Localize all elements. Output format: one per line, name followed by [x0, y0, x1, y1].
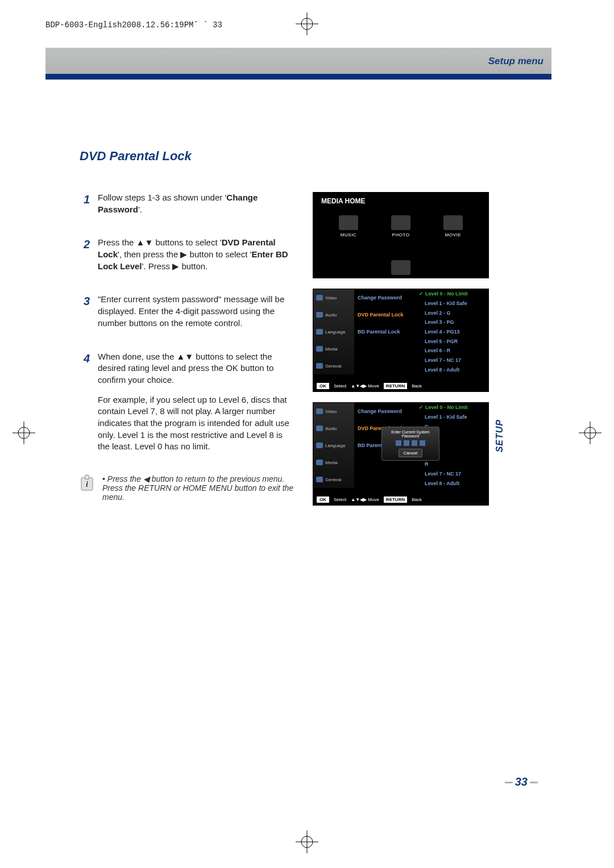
return-button[interactable]: RETURN	[384, 496, 407, 503]
ok-button[interactable]: OK	[317, 496, 329, 503]
setup-sidebar-item[interactable]: Media	[313, 454, 354, 471]
section-title: DVD Parental Lock	[80, 149, 551, 164]
sidebar-label: Media	[325, 460, 338, 465]
note-block: i • Press the ◀ button to return to the …	[80, 474, 296, 502]
rating-level[interactable]: R	[416, 460, 488, 469]
media-home-label: MOVIE	[445, 232, 461, 237]
return-button[interactable]: RETURN	[384, 383, 407, 389]
rating-level[interactable]: Level 0 - No Limit	[416, 289, 488, 299]
info-icon: i	[80, 474, 94, 491]
setup-sidebar-item[interactable]: General	[313, 471, 354, 488]
media-home-item[interactable]: SETUP	[386, 260, 416, 282]
screenshots-column: SETUP MEDIA HOME MUSICPHOTOMOVIESETUP Vi…	[313, 192, 489, 516]
svg-point-13	[85, 475, 89, 479]
media-home-label: MUSIC	[341, 232, 356, 237]
sidebar-icon	[316, 425, 323, 431]
step-number: 2	[80, 237, 90, 272]
rating-level[interactable]: Level 1 - Kid Safe	[416, 412, 488, 422]
step-text: Follow steps 1-3 as shown under 'Change …	[98, 192, 296, 215]
sidebar-icon	[316, 477, 323, 482]
sidebar-label: Audio	[325, 426, 337, 431]
step-number: 4	[80, 351, 90, 453]
sidebar-icon	[316, 408, 323, 414]
screenshot-password-dialog: VideoAudioLanguageMediaGeneral Change Pa…	[313, 402, 489, 506]
note-text: • Press the ◀ button to return to the pr…	[102, 474, 296, 502]
crop-mark-right	[579, 422, 601, 446]
sidebar-icon	[316, 460, 323, 465]
sidebar-icon	[316, 312, 323, 318]
media-home-item[interactable]: MUSIC	[334, 215, 363, 237]
page-number: 33	[503, 775, 540, 788]
screenshot-level-list: VideoAudioLanguageMediaGeneral Change Pa…	[313, 289, 489, 392]
rating-level[interactable]: Level 0 - No Limit	[416, 403, 488, 412]
setup-sidebar-item[interactable]: Language	[313, 323, 354, 340]
media-home-label: PHOTO	[392, 232, 410, 237]
sidebar-label: Video	[325, 295, 337, 301]
sidebar-icon	[316, 346, 323, 352]
sidebar-label: Audio	[325, 312, 337, 318]
sidebar-label: Language	[325, 443, 346, 448]
media-home-item[interactable]: MOVIE	[438, 215, 468, 237]
cancel-button[interactable]: Cancel	[399, 449, 423, 457]
rating-level[interactable]: Level 7 - NC 17	[416, 356, 488, 365]
chapter-label: Setup menu	[488, 56, 544, 67]
crop-mark-left	[13, 422, 35, 446]
rating-level[interactable]: Level 5 - PGR	[416, 336, 488, 346]
media-home-title: MEDIA HOME	[321, 197, 366, 205]
crop-mark-top	[296, 12, 318, 37]
rating-level[interactable]: Level 4 - PG13	[416, 327, 488, 337]
header-stamp: BDP-6003-English2008.12.56:19PM˘ ` 33	[45, 20, 222, 30]
setup-sidebar-item[interactable]: Video	[313, 403, 354, 420]
setup-mid-item[interactable]: DVD Parental Lock	[354, 306, 416, 323]
sidebar-icon	[316, 443, 323, 448]
setup-sidebar-item[interactable]: Media	[313, 340, 354, 357]
step: 4When done, use the ▲▼ buttons to select…	[80, 351, 296, 453]
dialog-title: Enter Current System Password	[385, 430, 436, 438]
steps-column: 1Follow steps 1-3 as shown under 'Change…	[80, 192, 296, 516]
rating-level[interactable]: Level 7 - NC 17	[416, 469, 488, 479]
sidebar-label: General	[325, 364, 341, 369]
sidebar-label: General	[325, 477, 341, 482]
move-label: ▲▼◀▶ Move	[351, 497, 379, 502]
crop-mark-bottom	[296, 831, 318, 856]
password-dots	[385, 440, 436, 446]
setup-sidebar-item[interactable]: Audio	[313, 420, 354, 437]
setup-sidebar-item[interactable]: Language	[313, 437, 354, 454]
media-home-label: SETUP	[392, 277, 409, 282]
setup-mid-item[interactable]: BD Parental Lock	[354, 323, 416, 340]
password-dialog: Enter Current System Password Cancel	[381, 427, 439, 461]
media-home-icon	[391, 260, 410, 275]
rating-level[interactable]: Level 8 - Adult	[416, 365, 488, 374]
media-home-icon	[443, 215, 463, 230]
rating-level[interactable]: Level 1 - Kid Safe	[416, 299, 488, 308]
step-number: 1	[80, 192, 90, 215]
step-text: Press the ▲▼ buttons to select 'DVD Pare…	[98, 237, 296, 272]
sidebar-icon	[316, 329, 323, 335]
step: 1Follow steps 1-3 as shown under 'Change…	[80, 192, 296, 215]
step-extra: For example, if you select up to Level 6…	[98, 394, 296, 453]
setup-mid-item[interactable]: Change Password	[354, 403, 416, 420]
step-number: 3	[80, 294, 90, 329]
sidebar-icon	[316, 295, 323, 301]
select-label: Select	[334, 497, 346, 502]
media-home-icon	[391, 215, 410, 230]
setup-sidebar-item[interactable]: Audio	[313, 306, 354, 323]
back-label: Back	[412, 383, 422, 389]
step-text: "Enter current system password" message …	[98, 294, 296, 329]
back-label: Back	[412, 497, 422, 502]
chapter-header: Setup menu	[45, 48, 551, 81]
rating-level[interactable]: Level 3 - PG	[416, 318, 488, 327]
rating-level[interactable]: Level 6 - R	[416, 346, 488, 356]
rating-level[interactable]: Level 2 - G	[416, 308, 488, 318]
screenshot-media-home: MEDIA HOME MUSICPHOTOMOVIESETUP	[313, 192, 489, 278]
select-label: Select	[334, 383, 346, 389]
setup-sidebar-item[interactable]: Video	[313, 289, 354, 306]
sidebar-label: Media	[325, 347, 338, 352]
setup-sidebar-item[interactable]: General	[313, 357, 354, 374]
media-home-item[interactable]: PHOTO	[386, 215, 416, 237]
ok-button[interactable]: OK	[317, 383, 329, 389]
rating-level[interactable]: Level 8 - Adult	[416, 478, 488, 488]
setup-mid-item[interactable]: Change Password	[354, 289, 416, 306]
svg-text:i: i	[86, 480, 88, 489]
sidebar-label: Video	[325, 409, 337, 414]
